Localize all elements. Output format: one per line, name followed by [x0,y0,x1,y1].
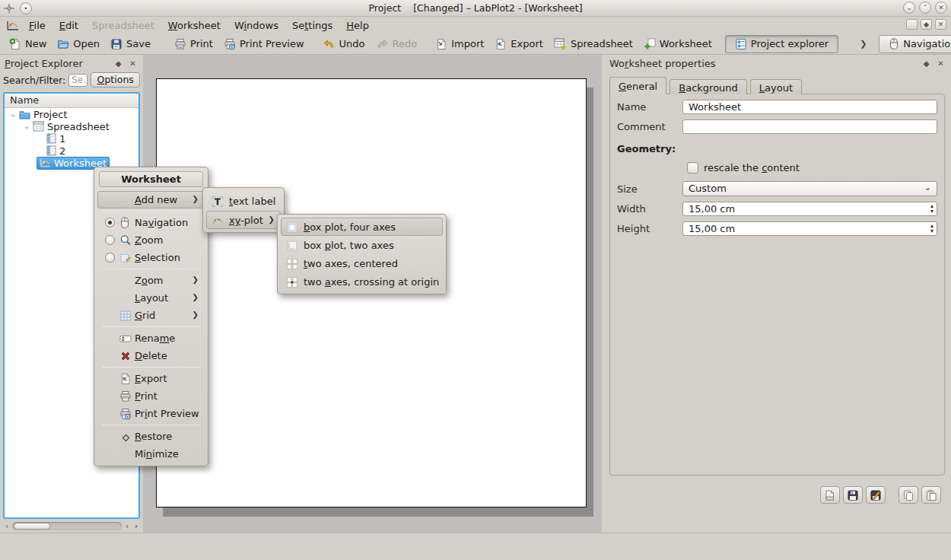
tab-layout[interactable]: Layout [750,79,802,94]
search-filter-label: Search/Filter: [3,75,65,86]
spinner-arrows-icon[interactable]: ▴▾ [930,203,934,214]
menu-worksheet[interactable]: Worksheet [161,18,227,33]
menu-item-layout-submenu[interactable]: Layout ❯ [97,289,205,307]
size-combobox[interactable]: Custom⌄ [682,181,937,196]
menu-item-two-axes-centered[interactable]: two axes, centered [281,254,443,272]
tree-row-column-2[interactable]: 2 [5,145,138,157]
export-button[interactable]: Export [489,35,549,53]
menu-item-minimize[interactable]: Minimize [97,445,205,463]
project-explorer-icon [735,38,747,50]
menu-item-box-plot-two-axes[interactable]: box plot, two axes [281,236,443,254]
submenu-arrow-icon: ❯ [192,310,199,319]
close-button[interactable]: ✕ [935,2,947,14]
close-icon: ✕ [937,59,943,68]
name-field[interactable]: Worksheet [682,100,937,114]
paste-button[interactable] [921,486,941,504]
load-template-button[interactable] [820,486,840,504]
save-floppy-icon [110,38,122,50]
save-template-button[interactable] [843,486,863,504]
dock-close-button[interactable]: ✕ [935,59,946,68]
save-button[interactable]: Save [105,35,156,53]
menu-item-two-axes-crossing-origin[interactable]: two axes, crossing at origin [281,272,443,291]
maximize-button[interactable]: ⌃ [919,2,931,14]
diamond-icon: ◆ [116,59,122,68]
menu-item-print[interactable]: Print [97,387,205,405]
submenu-arrow-icon: ❯ [192,275,199,284]
menu-item-box-plot-four-axes[interactable]: box plot, four axes [281,218,443,236]
save-edit-template-button[interactable] [866,486,886,504]
width-spinbox[interactable]: 15,00 cm▴▾ [682,202,937,216]
two-axes-centered-icon [286,258,298,270]
add-spreadsheet-button[interactable]: Spreadsheet [549,35,638,53]
properties-panel: Name Worksheet Comment Geometry: rescale… [609,94,945,476]
menu-item-delete[interactable]: Delete [97,347,205,364]
menu-item-xy-plot[interactable]: xy-plot ❯ [206,211,281,229]
menu-item-add-new[interactable]: Add new ❯ [97,191,205,208]
spinner-arrows-icon[interactable]: ▴▾ [930,223,934,234]
menu-windows[interactable]: Windows [227,18,285,33]
undo-button[interactable]: Undo [317,35,371,53]
menu-separator [102,211,200,212]
mdi-float-button[interactable]: ◆ [921,19,932,30]
mdi-close-button[interactable]: ✕ [935,19,946,30]
options-button[interactable]: Options [91,72,140,88]
name-label: Name [617,101,682,113]
dock-float-button[interactable]: ◆ [921,59,932,68]
menu-item-rename[interactable]: Rename [97,329,205,347]
toolbar-extension-arrow-icon[interactable]: ❯ [860,39,867,49]
copy-button[interactable] [899,486,918,504]
height-spinbox[interactable]: 15,00 cm▴▾ [682,221,937,236]
dot-icon: • [24,5,27,12]
scroll-right-icon[interactable]: › [132,522,140,530]
open-button[interactable]: Open [52,35,105,53]
import-button[interactable]: Import [430,35,489,53]
menu-item-navigation[interactable]: Navigation [97,214,205,231]
menu-item-zoom-mode[interactable]: Zoom [97,231,205,249]
add-worksheet-button[interactable]: Worksheet [638,35,717,53]
search-filter-input[interactable]: Se... [68,74,87,87]
print-preview-button[interactable]: Print Preview [218,35,310,53]
scrollbar-track[interactable] [12,522,122,530]
menu-file[interactable]: File [22,18,52,33]
tree-row-column-1[interactable]: 1 [5,132,138,145]
comment-field[interactable] [682,119,937,134]
rescale-content-checkbox[interactable] [687,162,698,173]
window-title: Project [Changed] – LabPlot2 - [Workshee… [0,2,951,14]
mdi-restore-button[interactable] [906,19,918,30]
window-app-icon [3,3,15,14]
menu-item-label: Minimize [135,448,179,460]
document-icon [824,489,836,501]
menu-separator [102,425,200,425]
new-button[interactable]: New [4,35,52,53]
window-menu-button[interactable]: • [20,2,32,14]
tree-row-spreadsheet[interactable]: ⌄ Spreadsheet [5,120,138,132]
tree-header-name[interactable]: Name [5,94,138,108]
menu-settings[interactable]: Settings [285,18,339,33]
scrollbar-thumb[interactable] [14,523,50,530]
navigation-mode-button[interactable]: Navigation [879,35,951,53]
menu-item-grid-submenu[interactable]: Grid ❯ [97,307,205,324]
tab-background[interactable]: Background [670,79,747,94]
menu-item-text-label[interactable]: text label [206,191,281,211]
print-button[interactable]: Print [169,35,218,53]
minimize-button[interactable]: ⌄ [903,2,915,14]
scroll-left-icon[interactable]: ‹ [3,522,11,530]
menu-item-print-preview[interactable]: Print Preview [97,405,205,422]
menu-separator [102,269,200,269]
menu-edit[interactable]: Edit [52,18,85,33]
menu-item-restore[interactable]: Restore [97,428,205,445]
tree-row-project[interactable]: ⌄ Project [5,108,138,120]
menu-item-zoom-submenu[interactable]: Zoom ❯ [97,272,205,289]
dock-close-button[interactable]: ✕ [127,59,138,68]
expander-icon[interactable]: ⌄ [23,123,30,130]
scroll-left-icon[interactable]: ‹ [123,522,131,530]
printer-icon [174,38,186,50]
project-explorer-toggle-button[interactable]: Project explorer [725,35,838,53]
horizontal-scrollbar[interactable]: ‹ ‹ › [3,520,140,531]
menu-help[interactable]: Help [339,18,376,33]
menu-item-selection-mode[interactable]: Selection [97,249,205,266]
dock-float-button[interactable]: ◆ [113,59,124,68]
expander-icon[interactable]: ⌄ [9,110,17,118]
menu-item-export[interactable]: Export [97,370,205,387]
tab-general[interactable]: General [609,77,666,94]
